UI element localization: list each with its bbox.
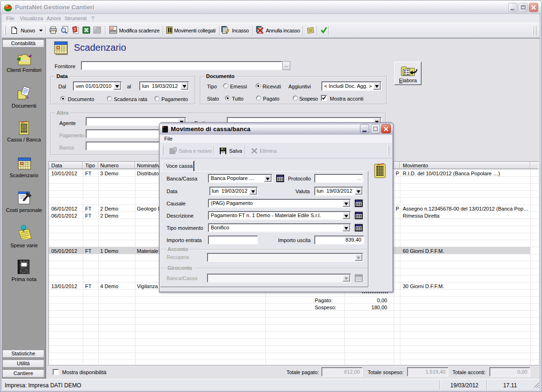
svg-text:12: 12 [110,27,114,30]
